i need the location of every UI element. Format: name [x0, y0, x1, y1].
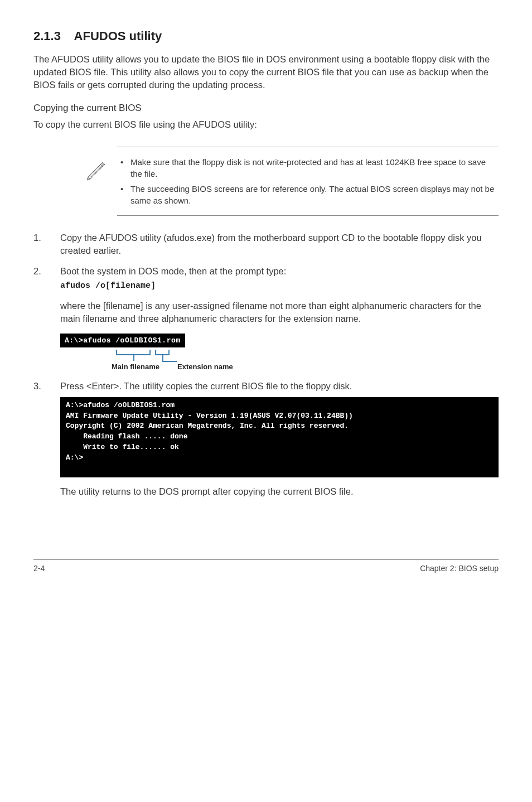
note-content: Make sure that the floppy disk is not wr… [117, 147, 499, 216]
step-1: Copy the AFUDOS utility (afudos.exe) fro… [33, 231, 499, 257]
closing-paragraph: The utility returns to the DOS prompt af… [60, 485, 499, 498]
intro-paragraph: The AFUDOS utility allows you to update … [33, 53, 499, 91]
svg-line-1 [91, 165, 104, 177]
section-title-text: AFUDOS utility [74, 29, 162, 43]
step-2-text: Boot the system in DOS mode, then at the… [60, 266, 286, 276]
note-box: Make sure that the floppy disk is not wr… [84, 147, 499, 216]
steps-list: Copy the AFUDOS utility (afudos.exe) fro… [33, 231, 499, 498]
step-2-command: afudos /o[filename] [60, 280, 499, 292]
step-3-text: Press <Enter>. The utility copies the cu… [60, 381, 352, 391]
section-heading: 2.1.3 AFUDOS utility [33, 28, 499, 45]
page-footer: 2-4 Chapter 2: BIOS setup [33, 559, 499, 574]
page-number: 2-4 [33, 563, 45, 574]
step-2: Boot the system in DOS mode, then at the… [33, 265, 499, 371]
pencil-icon [84, 147, 117, 185]
note-item: Make sure that the floppy disk is not wr… [130, 156, 499, 180]
terminal-prompt-small: A:\>afudos /oOLDBIOS1.rom [60, 334, 185, 347]
step-3: Press <Enter>. The utility copies the cu… [33, 380, 499, 498]
step-2-after: where the [filename] is any user-assigne… [60, 299, 499, 325]
subintro-paragraph: To copy the current BIOS file using the … [33, 118, 499, 131]
section-number: 2.1.3 [33, 29, 61, 43]
main-filename-label: Main filename [112, 362, 159, 372]
subheading: Copying the current BIOS [33, 102, 499, 115]
terminal-output: A:\>afudos /oOLDBIOS1.rom AMI Firmware U… [60, 397, 499, 477]
note-item: The succeeding BIOS screens are for refe… [130, 183, 499, 206]
step-1-text: Copy the AFUDOS utility (afudos.exe) fro… [60, 233, 482, 255]
extension-name-label: Extension name [177, 362, 233, 372]
chapter-label: Chapter 2: BIOS setup [420, 563, 499, 574]
